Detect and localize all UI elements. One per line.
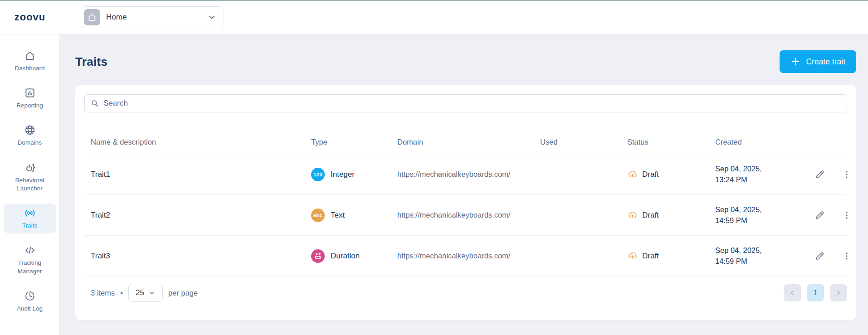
sidebar-item-dashboard[interactable]: Dashboard: [4, 46, 56, 76]
chevron-down-icon: [207, 13, 216, 22]
sidebar: Dashboard Reporting Domains Behavioral L…: [0, 34, 60, 335]
page-number-button[interactable]: 1: [807, 284, 824, 301]
trait-domain: https://mechanicalkeyboards.com/: [397, 170, 540, 179]
cloud-upload-icon: [627, 169, 638, 180]
sidebar-item-traits[interactable]: Traits: [4, 204, 56, 233]
chevron-right-icon: [834, 289, 843, 297]
trait-type-label: Text: [331, 211, 345, 220]
table-row[interactable]: Trait1 123 Integer https://mechanicalkey…: [84, 154, 847, 195]
sidebar-item-label: Audit Log: [17, 305, 43, 313]
plus-icon: [790, 57, 800, 67]
pencil-icon: [814, 210, 825, 221]
edit-button[interactable]: [814, 169, 825, 180]
kebab-menu-icon: [842, 169, 851, 180]
sidebar-item-label: Tracking Manager: [5, 259, 54, 275]
top-bar: zoovu Home: [0, 0, 868, 34]
bullet-separator: •: [120, 289, 123, 297]
trait-created: Sep 04, 2025, 13:24 PM: [715, 164, 810, 184]
row-menu-button[interactable]: [842, 210, 851, 221]
next-page-button[interactable]: [830, 284, 847, 301]
number-123-icon: 123: [311, 168, 325, 181]
trait-domain: https://mechanicalkeyboards.com/: [397, 252, 540, 260]
column-header-created: Created: [715, 138, 810, 146]
sidebar-item-label: Domains: [18, 139, 42, 147]
items-per-page: 3 items • 25 per page: [91, 284, 198, 302]
home-icon: [24, 50, 36, 62]
column-header-used: Used: [540, 138, 627, 146]
sidebar-item-tracking-manager[interactable]: Tracking Manager: [4, 241, 56, 279]
items-count: 3 items: [91, 289, 115, 297]
sidebar-item-reporting[interactable]: Reporting: [4, 83, 56, 113]
previous-page-button[interactable]: [784, 284, 801, 301]
column-header-type: Type: [311, 138, 397, 146]
trait-domain: https://mechanicalkeyboards.com/: [397, 211, 540, 219]
search-input[interactable]: [103, 99, 841, 108]
trait-type-cell: abc Text: [311, 209, 397, 222]
clock-icon: [24, 290, 36, 302]
pagination: 1: [784, 284, 847, 301]
trait-name: Trait3: [84, 252, 311, 261]
row-menu-button[interactable]: [842, 169, 851, 180]
main-content: Traits Create trait Name & description T…: [60, 34, 868, 335]
sidebar-item-label: Reporting: [16, 102, 43, 110]
workspace-selector[interactable]: Home: [81, 6, 224, 28]
page-size-select[interactable]: 25: [128, 284, 163, 302]
row-actions: [810, 169, 851, 180]
search-box: [84, 94, 847, 112]
text-abc-icon: abc: [311, 209, 325, 222]
sidebar-item-domains[interactable]: Domains: [4, 121, 56, 151]
kebab-menu-icon: [842, 210, 851, 221]
chevron-down-icon: [148, 289, 156, 296]
create-trait-label: Create trait: [806, 57, 845, 67]
code-icon: [24, 244, 36, 256]
table-footer: 3 items • 25 per page 1: [84, 277, 847, 309]
chevron-left-icon: [788, 289, 796, 297]
column-header-domain: Domain: [397, 138, 540, 146]
cloud-upload-icon: [627, 251, 638, 261]
ruler-icon: [311, 249, 325, 263]
sidebar-item-behavioral-launcher[interactable]: Behavioral Launcher: [4, 158, 56, 196]
sidebar-item-label: Behavioral Launcher: [5, 176, 54, 193]
status-badge: Draft: [642, 170, 659, 179]
table-row[interactable]: Trait2 abc Text https://mechanicalkeyboa…: [84, 195, 847, 236]
trait-type-label: Integer: [331, 170, 355, 179]
trait-created: Sep 04, 2025, 14:59 PM: [715, 245, 810, 266]
cloud-upload-icon: [627, 210, 638, 220]
row-menu-button[interactable]: [842, 251, 851, 262]
home-icon: [84, 9, 100, 25]
page-header: Traits Create trait: [75, 50, 856, 73]
trait-status-cell: Draft: [627, 210, 715, 220]
trait-status-cell: Draft: [627, 251, 715, 261]
workspace-label: Home: [106, 13, 201, 22]
edit-button[interactable]: [814, 251, 825, 262]
sidebar-item-label: Traits: [22, 222, 37, 230]
edit-button[interactable]: [814, 210, 825, 221]
trait-created: Sep 04, 2025, 14:59 PM: [715, 204, 810, 225]
create-trait-button[interactable]: Create trait: [780, 50, 856, 73]
column-header-status: Status: [627, 138, 715, 146]
sidebar-item-label: Dashboard: [15, 64, 44, 73]
per-page-label: per page: [168, 289, 198, 297]
trait-type-cell: Duration: [311, 249, 397, 263]
trait-type-cell: 123 Integer: [311, 168, 397, 181]
trait-status-cell: Draft: [627, 169, 715, 180]
table-row[interactable]: Trait3 Duration https://mechanicalkeyboa…: [84, 236, 847, 277]
zoovu-logo: zoovu: [0, 11, 60, 23]
bar-chart-icon: [24, 87, 36, 99]
sidebar-item-audit-log[interactable]: Audit Log: [4, 286, 56, 316]
traits-card: Name & description Type Domain Used Stat…: [75, 85, 856, 320]
page-title: Traits: [75, 55, 107, 69]
globe-icon: [24, 124, 36, 136]
row-actions: [810, 251, 851, 262]
trait-name: Trait2: [84, 211, 311, 220]
status-badge: Draft: [642, 211, 659, 220]
pencil-icon: [814, 169, 825, 180]
status-badge: Draft: [642, 252, 659, 261]
column-header-name: Name & description: [84, 138, 311, 146]
page-size-value: 25: [136, 288, 144, 297]
kebab-menu-icon: [842, 251, 851, 262]
pencil-icon: [814, 251, 825, 262]
search-icon: [90, 99, 99, 108]
trait-name: Trait1: [84, 170, 311, 179]
table-header: Name & description Type Domain Used Stat…: [84, 131, 847, 154]
